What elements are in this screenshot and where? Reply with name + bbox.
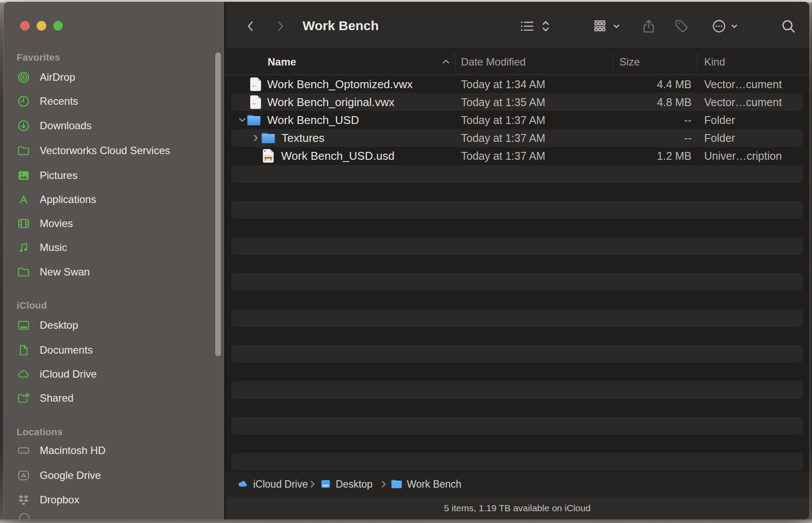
vectorworks-file-icon <box>249 94 262 110</box>
sidebar-item-pictures[interactable]: Pictures <box>17 166 213 185</box>
sidebar-item-desktop[interactable]: Desktop <box>17 316 213 335</box>
column-divider[interactable] <box>697 53 698 71</box>
sidebar-scrollbar[interactable] <box>215 52 221 356</box>
sidebar-item-music[interactable]: Music <box>17 238 213 257</box>
internal-drive-icon <box>17 444 31 458</box>
file-name: Work Bench_USD.usd <box>281 149 395 163</box>
view-mode-button[interactable] <box>519 18 535 34</box>
status-text: 5 items, 1.19 TB available on iCloud <box>444 503 591 513</box>
sidebar-item-label: Vectorworks Cloud Services <box>40 145 170 157</box>
zoom-button[interactable] <box>53 21 63 31</box>
table-row[interactable]: Work Bench_USD Today at 1:37 AM -- Folde… <box>225 111 809 129</box>
sort-ascending-icon <box>442 58 450 65</box>
search-button[interactable] <box>780 18 797 34</box>
group-view-icon <box>592 18 608 34</box>
table-row[interactable]: Work Bench_original.vwx Today at 1:35 AM… <box>225 93 809 111</box>
chevron-up-down-icon <box>541 19 551 34</box>
share-button[interactable] <box>641 18 657 34</box>
file-kind: Folder <box>704 114 735 126</box>
status-bar: 5 items, 1.19 TB available on iCloud <box>225 497 809 520</box>
file-date: Today at 1:37 AM <box>461 114 545 126</box>
more-actions-chevron[interactable] <box>730 22 738 30</box>
folder-blue-icon <box>261 132 275 144</box>
folder-small-icon <box>391 479 403 489</box>
breadcrumb-label: Work Bench <box>407 478 461 490</box>
file-date: Today at 1:34 AM <box>461 78 545 90</box>
breadcrumb-separator-icon <box>381 480 387 489</box>
table-row[interactable]: Work Bench_USD.usd Today at 1:37 AM 1.2 … <box>225 147 809 165</box>
view-mode-stepper[interactable] <box>541 19 551 34</box>
column-headers: Name Date Modified Size Kind <box>225 49 809 75</box>
sidebar-item-downloads[interactable]: Downloads <box>17 116 213 135</box>
back-button[interactable] <box>245 19 256 33</box>
row-stripe <box>231 165 803 183</box>
group-by-button[interactable] <box>592 18 608 34</box>
sidebar-item-applications[interactable]: Applications <box>17 190 213 209</box>
chevron-down-icon <box>730 22 738 30</box>
minimize-button[interactable] <box>37 21 46 31</box>
sidebar-item-macintosh-hd[interactable]: Macintosh HD <box>17 441 213 460</box>
column-header-size[interactable]: Size <box>619 56 640 68</box>
disclosure-collapsed-icon[interactable] <box>253 134 258 142</box>
close-button[interactable] <box>20 21 30 31</box>
column-header-date-modified[interactable]: Date Modified <box>461 56 526 68</box>
disclosure-expanded-icon[interactable] <box>238 117 246 123</box>
usd-file-icon <box>262 148 275 164</box>
sidebar-item-shared[interactable]: Shared <box>17 389 213 408</box>
window-title: Work Bench <box>303 18 378 33</box>
sidebar-item-label: iCloud Drive <box>40 368 97 380</box>
breadcrumb-work-bench[interactable]: Work Bench <box>391 478 461 490</box>
vectorworks-file-icon <box>249 76 262 92</box>
chevron-left-icon <box>245 19 256 33</box>
shared-folder-icon <box>17 391 31 405</box>
column-divider[interactable] <box>612 53 613 71</box>
row-stripe <box>231 381 803 399</box>
folder-icon <box>17 144 31 158</box>
toolbar: Work Bench <box>225 2 809 49</box>
row-stripe <box>231 201 803 219</box>
column-header-kind[interactable]: Kind <box>704 56 725 68</box>
row-stripe <box>231 273 803 291</box>
file-date: Today at 1:37 AM <box>461 150 545 162</box>
sidebar-item-movies[interactable]: Movies <box>17 214 213 233</box>
applications-icon <box>17 193 31 206</box>
content-area: Work Bench <box>225 2 809 520</box>
file-name: Textures <box>282 131 324 145</box>
share-icon <box>641 18 657 34</box>
sidebar-item-recents[interactable]: Recents <box>17 92 213 111</box>
breadcrumb-desktop[interactable]: Desktop <box>320 478 372 490</box>
file-size: 4.4 MB <box>618 78 692 90</box>
tag-button[interactable] <box>674 18 689 34</box>
breadcrumb-icloud-drive[interactable]: iCloud Drive <box>237 478 308 490</box>
search-icon <box>780 18 797 34</box>
sidebar-item-vectorworks-cloud-services[interactable]: Vectorworks Cloud Services <box>17 141 213 160</box>
desktop-icon <box>17 318 31 332</box>
sidebar-item-google-drive[interactable]: Google Drive <box>17 466 213 485</box>
file-date: Today at 1:35 AM <box>461 96 545 108</box>
sidebar-item-new-swan[interactable]: New Swan <box>17 262 213 282</box>
row-stripe <box>231 309 803 327</box>
sidebar-item-airdrop[interactable]: AirDrop <box>17 68 213 87</box>
column-divider[interactable] <box>455 53 455 71</box>
sidebar-item-dropbox[interactable]: Dropbox <box>17 490 213 509</box>
more-actions-button[interactable] <box>711 18 727 34</box>
file-kind: Folder <box>704 132 735 145</box>
clock-icon <box>17 94 31 108</box>
forward-button[interactable] <box>275 19 286 33</box>
table-row[interactable]: Textures Today at 1:37 AM -- Folder <box>225 129 809 147</box>
chevron-down-icon <box>612 22 620 30</box>
document-icon <box>17 343 31 357</box>
group-by-chevron[interactable] <box>612 22 620 30</box>
sidebar-item-documents[interactable]: Documents <box>17 341 213 360</box>
file-name: Work Bench_USD <box>267 113 359 127</box>
sidebar-item-icloud-drive[interactable]: iCloud Drive <box>17 365 213 384</box>
table-row[interactable]: Work Bench_Optomized.vwx Today at 1:34 A… <box>225 75 809 93</box>
list-view-icon <box>519 18 535 34</box>
sidebar-item-label: Movies <box>40 217 73 230</box>
sidebar-item-label: Dropbox <box>40 494 79 506</box>
desktop-small-icon <box>320 478 331 490</box>
traffic-lights <box>20 21 63 31</box>
chevron-right-icon <box>275 19 286 33</box>
sidebar-item-label: AirDrop <box>40 71 75 83</box>
column-header-name[interactable]: Name <box>268 56 296 68</box>
